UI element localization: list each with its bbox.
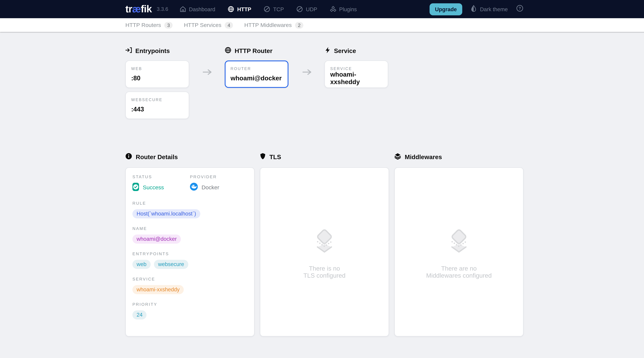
priority-field: PRIORITY 24 <box>132 302 248 319</box>
field-label: STATUS <box>132 174 190 179</box>
http-router-title: HTTP Router <box>225 47 288 55</box>
rule-pill: Host(`whoami.localhost`) <box>132 209 200 219</box>
section-title: Service <box>334 47 356 54</box>
entrypoints-title: Entrypoints <box>126 47 189 55</box>
card-value: whoami@docker <box>230 75 283 82</box>
lightning-icon <box>324 47 331 55</box>
tab-http-routers[interactable]: HTTP Routers 3 <box>126 22 173 28</box>
field-label: ENTRYPOINTS <box>132 252 248 256</box>
info-icon <box>126 153 132 161</box>
card-entrypoint-web[interactable]: WEB :80 <box>126 61 189 88</box>
card-label: WEB <box>131 66 184 71</box>
card-label: SERVICE <box>330 66 382 71</box>
service-pill[interactable]: whoami-xxsheddy <box>132 285 184 294</box>
entrypoints-field: ENTRYPOINTS web websecure <box>132 252 248 269</box>
nav-item-tcp[interactable]: TCP <box>264 6 284 12</box>
tab-http-services[interactable]: HTTP Services 4 <box>184 22 233 28</box>
name-field: NAME whoami@docker <box>132 226 248 244</box>
provider-value: Docker <box>202 184 219 190</box>
plugins-icon <box>330 6 336 12</box>
card-router[interactable]: ROUTER whoami@docker <box>225 61 288 88</box>
globe-icon <box>228 6 234 12</box>
card-service[interactable]: SERVICE whoami-xxsheddy <box>324 61 388 88</box>
middlewares-empty-text: There are no Middlewares configured <box>426 265 492 279</box>
rule-field: RULE Host(`whoami.localhost`) <box>132 201 248 218</box>
middlewares-empty-state: There are no Middlewares configured <box>395 168 523 336</box>
nav-item-udp[interactable]: UDP <box>296 6 317 12</box>
priority-pill: 24 <box>132 310 147 319</box>
field-label: PROVIDER <box>190 174 248 179</box>
traefik-logo[interactable]: træfik <box>126 3 152 15</box>
traefik-dashboard: træfik 3.3.6 Dashboard HTTP TCP UDP <box>0 0 644 358</box>
main-nav: Dashboard HTTP TCP UDP Plugins <box>180 6 357 12</box>
nav-label: HTTP <box>237 6 251 12</box>
card-value: :443 <box>131 106 184 113</box>
section-title: HTTP Router <box>235 47 272 54</box>
entrypoints-column: Entrypoints WEB :80 WEBSECURE :443 <box>126 47 189 119</box>
detail-panels-section: Router Details STATUS Success PROVIDER <box>126 153 524 336</box>
entrypoint-pill[interactable]: web <box>132 260 150 269</box>
home-icon <box>180 6 186 12</box>
status-block: STATUS Success <box>132 174 190 192</box>
name-pill: whoami@docker <box>132 235 181 244</box>
tls-empty-text: There is no TLS configured <box>304 265 346 279</box>
service-title: Service <box>324 47 388 55</box>
nav-item-http[interactable]: HTTP <box>228 6 251 12</box>
section-title: Middlewares <box>405 153 442 160</box>
tab-label: HTTP Middlewares <box>244 22 292 28</box>
tab-count-badge: 2 <box>295 22 304 28</box>
help-button[interactable]: ? <box>516 5 524 14</box>
http-subnav: HTTP Routers 3 HTTP Services 4 HTTP Midd… <box>0 18 644 32</box>
tls-panel: There is no TLS configured <box>260 167 389 336</box>
empty-layers-icon <box>312 229 336 255</box>
section-title: Router Details <box>136 153 178 160</box>
docker-icon <box>190 183 198 192</box>
nav-label: Dashboard <box>189 6 215 12</box>
theme-toggle[interactable]: Dark theme <box>470 5 508 14</box>
http-router-column: HTTP Router ROUTER whoami@docker <box>225 47 288 88</box>
shield-icon <box>260 153 266 161</box>
empty-layers-icon <box>447 229 471 255</box>
flow-arrow <box>302 69 313 77</box>
router-details-panel: STATUS Success PROVIDER Docker <box>126 167 254 336</box>
router-details-title: Router Details <box>126 153 254 161</box>
help-icon: ? <box>516 5 524 14</box>
tls-title: TLS <box>260 153 389 161</box>
upgrade-button[interactable]: Upgrade <box>430 3 462 15</box>
provider-block: PROVIDER Docker <box>190 174 248 192</box>
version-label: 3.3.6 <box>157 6 168 12</box>
globe-icon <box>225 47 231 55</box>
flow-arrow <box>203 69 214 77</box>
protocol-icon <box>296 6 303 12</box>
tab-label: HTTP Routers <box>126 22 161 28</box>
entrypoint-pill[interactable]: websecure <box>154 260 188 269</box>
nav-label: Plugins <box>339 6 357 12</box>
status-check-badge-icon <box>132 183 139 192</box>
nav-label: TCP <box>273 6 284 12</box>
svg-text:?: ? <box>518 6 521 11</box>
service-field: SERVICE whoami-xxsheddy <box>132 277 248 294</box>
sign-in-icon <box>126 47 132 55</box>
logo-text: tr <box>126 3 132 15</box>
card-label: WEBSECURE <box>131 97 184 102</box>
card-entrypoint-websecure[interactable]: WEBSECURE :443 <box>126 92 189 119</box>
droplet-icon <box>470 5 477 14</box>
tls-column: TLS There is no TLS configured <box>260 153 389 336</box>
tab-http-middlewares[interactable]: HTTP Middlewares 2 <box>244 22 304 28</box>
field-label: NAME <box>132 226 248 231</box>
section-title: TLS <box>270 153 281 160</box>
tls-empty-state: There is no TLS configured <box>260 168 388 336</box>
service-column: Service SERVICE whoami-xxsheddy <box>324 47 388 88</box>
middlewares-title: Middlewares <box>394 153 524 161</box>
tab-label: HTTP Services <box>184 22 222 28</box>
nav-item-plugins[interactable]: Plugins <box>330 6 357 12</box>
router-details-column: Router Details STATUS Success PROVIDER <box>126 153 254 336</box>
logo-accent-text: æ <box>132 3 141 15</box>
card-value: whoami-xxsheddy <box>330 71 382 86</box>
nav-label: UDP <box>306 6 317 12</box>
logo-text: fik <box>141 3 152 15</box>
tab-count-badge: 4 <box>225 22 233 28</box>
nav-item-dashboard[interactable]: Dashboard <box>180 6 215 12</box>
status-provider-row: STATUS Success PROVIDER Docker <box>132 174 248 192</box>
section-title: Entrypoints <box>135 47 170 54</box>
